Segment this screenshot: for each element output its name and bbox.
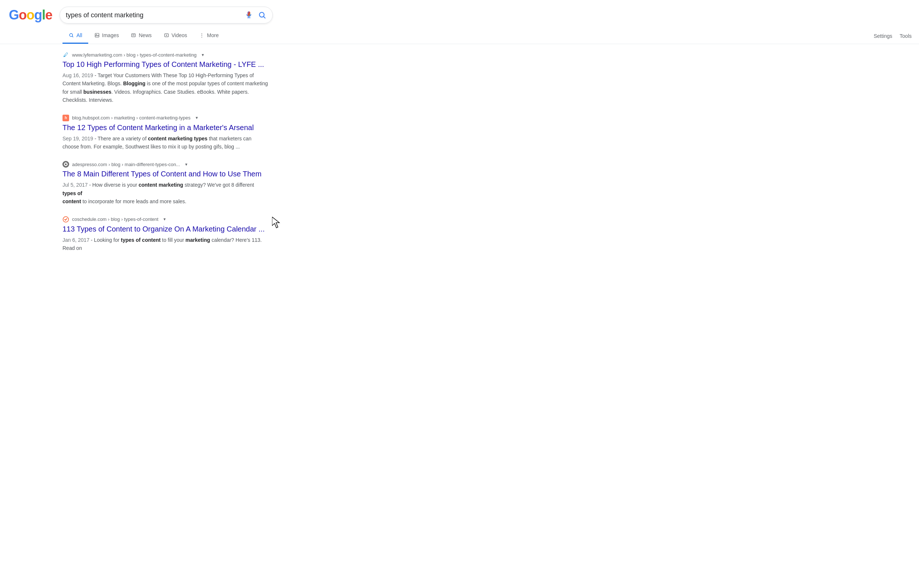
svg-rect-6 xyxy=(95,34,99,37)
result-1-favicon: 🖊 xyxy=(63,52,69,58)
search-bar-icons xyxy=(244,11,266,19)
result-3-bold3: content xyxy=(63,199,81,204)
result-4-favicon xyxy=(63,216,69,223)
videos-icon xyxy=(163,32,170,38)
news-icon xyxy=(131,32,136,38)
result-2-url: blog.hubspot.com › marketing › content-m… xyxy=(72,115,191,121)
result-3-date: Jul 5, 2017 xyxy=(63,182,88,188)
svg-point-14 xyxy=(65,163,67,165)
images-icon xyxy=(94,32,100,38)
results-area: 🖊 www.lyfemarketing.com › blog › types-o… xyxy=(0,44,331,270)
svg-line-5 xyxy=(72,36,73,37)
result-3-title[interactable]: The 8 Main Different Types of Content an… xyxy=(63,169,268,179)
logo-o1: o xyxy=(19,7,26,23)
header: Google types of content marketing xyxy=(0,0,919,24)
logo-l: l xyxy=(42,7,45,23)
result-1-dropdown[interactable]: ▼ xyxy=(201,53,205,57)
result-3-dropdown[interactable]: ▼ xyxy=(184,162,188,166)
result-1-date: Aug 16, 2019 xyxy=(63,73,93,78)
tab-all-label: All xyxy=(76,32,82,38)
microphone-icon[interactable] xyxy=(244,11,253,19)
tab-more-label: More xyxy=(207,32,219,38)
result-4: coschedule.com › blog › types-of-content… xyxy=(63,216,268,252)
tab-news[interactable]: News xyxy=(124,28,157,44)
result-4-url-row: coschedule.com › blog › types-of-content… xyxy=(63,216,268,223)
result-1-bold2: businesses xyxy=(84,89,111,95)
search-submit-icon[interactable] xyxy=(258,11,266,19)
result-4-title[interactable]: 113 Types of Content to Organize On A Ma… xyxy=(63,224,268,234)
result-4-bold2: marketing xyxy=(186,237,210,243)
svg-rect-8 xyxy=(132,34,136,37)
result-2-text1: - There are a variety of xyxy=(93,136,148,142)
logo-g: G xyxy=(9,7,19,23)
result-1-bold1: Blogging xyxy=(123,81,145,86)
result-3-bold1: content marketing xyxy=(139,182,183,188)
result-3: adespresso.com › blog › main-different-t… xyxy=(63,161,268,205)
more-icon: ⋮ xyxy=(199,32,205,38)
result-2: h blog.hubspot.com › marketing › content… xyxy=(63,115,268,151)
result-3-url-row: adespresso.com › blog › main-different-t… xyxy=(63,161,268,168)
search-bar: types of content marketing xyxy=(60,6,273,24)
result-2-dropdown[interactable]: ▼ xyxy=(195,116,199,120)
result-1-snippet: Aug 16, 2019 - Target Your Customers Wit… xyxy=(63,71,268,104)
svg-marker-12 xyxy=(166,34,167,36)
tab-videos-label: Videos xyxy=(172,32,187,38)
result-4-bold1: types of content xyxy=(121,237,161,243)
result-2-favicon: h xyxy=(63,115,69,121)
result-4-date: Jan 6, 2017 xyxy=(63,237,89,243)
logo-o2: o xyxy=(26,7,34,23)
result-4-text2: to fill your xyxy=(161,237,186,243)
tab-all[interactable]: All xyxy=(63,28,88,44)
result-3-text2: strategy? We've got 8 different xyxy=(183,182,254,188)
search-input[interactable]: types of content marketing xyxy=(66,11,240,19)
tab-news-label: News xyxy=(139,32,152,38)
tab-videos[interactable]: Videos xyxy=(158,28,193,44)
logo-e: e xyxy=(45,7,52,23)
result-3-bold2: types of xyxy=(63,191,82,196)
result-3-snippet: Jul 5, 2017 - How diverse is your conten… xyxy=(63,181,268,205)
result-3-text3: to incorporate for more leads and more s… xyxy=(81,199,186,204)
all-icon xyxy=(68,32,74,38)
result-3-url: adespresso.com › blog › main-different-t… xyxy=(72,162,180,167)
result-2-title[interactable]: The 12 Types of Content Marketing in a M… xyxy=(63,123,268,132)
result-2-bold1: content marketing types xyxy=(148,136,207,142)
result-4-url: coschedule.com › blog › types-of-content xyxy=(72,216,158,222)
settings-link[interactable]: Settings xyxy=(874,33,893,39)
logo-g2: g xyxy=(34,7,42,23)
svg-point-7 xyxy=(95,34,96,35)
tab-images-label: Images xyxy=(102,32,119,38)
nav-tabs: All Images News Videos xyxy=(0,24,919,44)
result-4-text1: - Looking for xyxy=(89,237,121,243)
result-2-snippet: Sep 19, 2019 - There are a variety of co… xyxy=(63,134,268,151)
result-1-title[interactable]: Top 10 High Performing Types of Content … xyxy=(63,60,268,69)
result-4-snippet: Jan 6, 2017 - Looking for types of conte… xyxy=(63,236,268,252)
result-1-url: www.lyfemarketing.com › blog › types-of-… xyxy=(72,52,197,58)
result-3-text1: - How diverse is your xyxy=(88,182,139,188)
result-4-dropdown[interactable]: ▼ xyxy=(163,217,166,221)
result-2-url-row: h blog.hubspot.com › marketing › content… xyxy=(63,115,268,121)
result-3-favicon xyxy=(63,161,69,168)
google-logo[interactable]: Google xyxy=(9,7,52,23)
result-2-date: Sep 19, 2019 xyxy=(63,136,93,142)
tab-more[interactable]: ⋮ More xyxy=(193,28,225,44)
nav-settings-area: Settings Tools xyxy=(874,33,919,39)
result-1-url-row: 🖊 www.lyfemarketing.com › blog › types-o… xyxy=(63,52,268,58)
tab-images[interactable]: Images xyxy=(88,28,125,44)
svg-line-3 xyxy=(263,16,265,18)
tools-link[interactable]: Tools xyxy=(900,33,912,39)
result-1: 🖊 www.lyfemarketing.com › blog › types-o… xyxy=(63,52,268,104)
